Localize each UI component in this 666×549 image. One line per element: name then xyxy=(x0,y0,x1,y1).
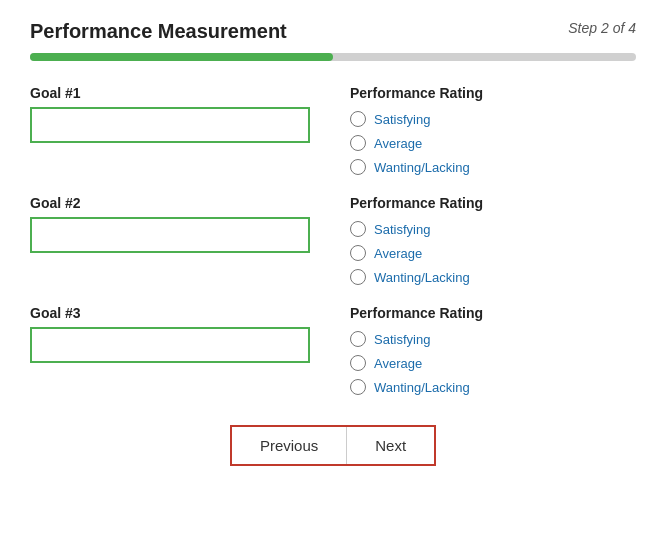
goal-row-2: Goal #2Performance RatingSatisfyingAvera… xyxy=(30,195,636,285)
radio-option-3-2[interactable]: Average xyxy=(350,355,636,371)
rating-label-2: Performance Rating xyxy=(350,195,636,211)
radio-group-2: SatisfyingAverageWanting/Lacking xyxy=(350,221,636,285)
goal-input-1[interactable] xyxy=(30,107,310,143)
page-header: Performance Measurement Step 2 of 4 xyxy=(30,20,636,43)
radio-input-1-1[interactable] xyxy=(350,111,366,127)
radio-option-1-1[interactable]: Satisfying xyxy=(350,111,636,127)
goal-label-2: Goal #2 xyxy=(30,195,310,211)
progress-bar-container xyxy=(30,53,636,61)
goal-right-1: Performance RatingSatisfyingAverageWanti… xyxy=(350,85,636,175)
goal-left-2: Goal #2 xyxy=(30,195,310,253)
radio-option-1-3[interactable]: Wanting/Lacking xyxy=(350,159,636,175)
radio-input-3-2[interactable] xyxy=(350,355,366,371)
rating-label-1: Performance Rating xyxy=(350,85,636,101)
goal-input-2[interactable] xyxy=(30,217,310,253)
goal-label-1: Goal #1 xyxy=(30,85,310,101)
radio-input-1-3[interactable] xyxy=(350,159,366,175)
previous-button[interactable]: Previous xyxy=(232,427,347,464)
goal-input-3[interactable] xyxy=(30,327,310,363)
radio-label-1-2: Average xyxy=(374,136,422,151)
radio-input-1-2[interactable] xyxy=(350,135,366,151)
radio-label-2-2: Average xyxy=(374,246,422,261)
radio-option-2-3[interactable]: Wanting/Lacking xyxy=(350,269,636,285)
goal-right-2: Performance RatingSatisfyingAverageWanti… xyxy=(350,195,636,285)
radio-group-3: SatisfyingAverageWanting/Lacking xyxy=(350,331,636,395)
goal-row-1: Goal #1Performance RatingSatisfyingAvera… xyxy=(30,85,636,175)
radio-label-1-1: Satisfying xyxy=(374,112,430,127)
radio-input-3-3[interactable] xyxy=(350,379,366,395)
radio-input-3-1[interactable] xyxy=(350,331,366,347)
goal-row-3: Goal #3Performance RatingSatisfyingAvera… xyxy=(30,305,636,395)
radio-option-3-1[interactable]: Satisfying xyxy=(350,331,636,347)
radio-group-1: SatisfyingAverageWanting/Lacking xyxy=(350,111,636,175)
radio-label-3-2: Average xyxy=(374,356,422,371)
goals-section: Goal #1Performance RatingSatisfyingAvera… xyxy=(30,85,636,395)
radio-label-3-3: Wanting/Lacking xyxy=(374,380,470,395)
radio-label-2-1: Satisfying xyxy=(374,222,430,237)
goal-left-3: Goal #3 xyxy=(30,305,310,363)
radio-label-1-3: Wanting/Lacking xyxy=(374,160,470,175)
radio-label-2-3: Wanting/Lacking xyxy=(374,270,470,285)
goal-label-3: Goal #3 xyxy=(30,305,310,321)
radio-option-2-1[interactable]: Satisfying xyxy=(350,221,636,237)
goal-left-1: Goal #1 xyxy=(30,85,310,143)
radio-input-2-2[interactable] xyxy=(350,245,366,261)
radio-input-2-3[interactable] xyxy=(350,269,366,285)
radio-input-2-1[interactable] xyxy=(350,221,366,237)
rating-label-3: Performance Rating xyxy=(350,305,636,321)
goal-right-3: Performance RatingSatisfyingAverageWanti… xyxy=(350,305,636,395)
radio-option-1-2[interactable]: Average xyxy=(350,135,636,151)
radio-label-3-1: Satisfying xyxy=(374,332,430,347)
next-button[interactable]: Next xyxy=(347,427,434,464)
radio-option-3-3[interactable]: Wanting/Lacking xyxy=(350,379,636,395)
radio-option-2-2[interactable]: Average xyxy=(350,245,636,261)
button-group: Previous Next xyxy=(230,425,436,466)
step-indicator: Step 2 of 4 xyxy=(568,20,636,36)
button-row: Previous Next xyxy=(30,425,636,466)
page-title: Performance Measurement xyxy=(30,20,287,43)
progress-bar-fill xyxy=(30,53,333,61)
